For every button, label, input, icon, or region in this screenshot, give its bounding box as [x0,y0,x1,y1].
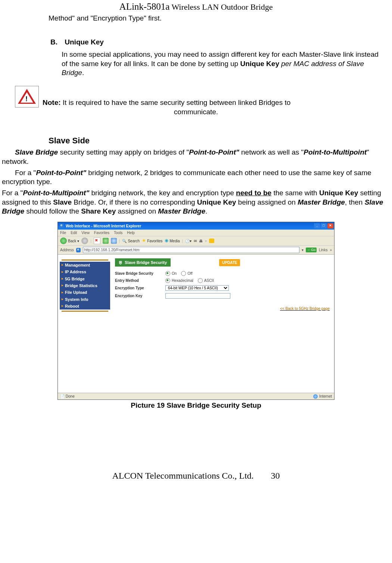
sidebar: ▸Management ▸IP Address ▸5G Bridge ▸Brid… [58,255,112,393]
radio-ascii[interactable] [198,278,203,283]
section-letter: B. [50,38,57,46]
internet-zone-icon [313,394,318,399]
chevron-right-icon: ▸ [62,304,63,308]
chevron-right-icon: ▸ [62,263,63,267]
paragraph-1: Slave Bridge security setting may apply … [2,148,390,166]
section-body: In some special applications, you may ne… [62,50,385,78]
menu-file[interactable]: File [60,230,66,235]
mail-icon[interactable]: ✉ [194,239,197,243]
footer: ALCON Telecommunications Co., Ltd. 30 [0,470,392,482]
radio-on[interactable] [165,271,170,276]
section-title: Unique Key [65,38,104,46]
menu-tools[interactable]: Tools [114,230,122,235]
search-button[interactable]: 🔍Search [122,239,140,243]
maximize-button[interactable]: □ [321,223,327,228]
chevron-right-icon: ▸ [62,290,63,295]
status-done: Done [66,394,75,398]
menu-view[interactable]: View [81,230,90,235]
media-button[interactable]: ◉Media [165,238,180,244]
ie-screenshot: Web Interface - Microsoft Internet Explo… [57,222,335,400]
label-security: Slave Bridge Security [115,271,165,276]
label-enckey: Encryption Key [115,293,165,298]
window-title: Web Interface - Microsoft Internet Explo… [66,224,141,228]
sidebar-item-sysinfo[interactable]: ▸System Info [60,296,110,303]
status-zone: Internet [319,394,332,398]
chevron-right-icon: ▸ [62,297,63,302]
update-button[interactable]: UPDATE [219,259,240,266]
page-number: 30 [271,470,280,482]
chevron-right-icon: ▸ [62,283,63,288]
sidebar-item-upload[interactable]: ▸File Upload [60,289,110,296]
stop-button[interactable] [94,237,100,244]
sidebar-item-reboot[interactable]: ▸Reboot [60,303,110,310]
chevron-right-icon: ▸ [62,277,63,281]
continued-text: Method" and "Encryption Type" first. [49,14,392,23]
page-title: ALink-5801a Wireless LAN Outdoor Bridge [0,1,392,13]
sidebar-item-5g[interactable]: ▸5G Bridge [60,276,110,282]
radio-hex[interactable] [165,278,170,283]
favorites-button[interactable]: ★Favorites [142,238,162,244]
address-input[interactable]: http://192.168.1.20/Frameset.htm [83,247,299,253]
shield-icon: ⛨ [119,260,123,265]
main-panel: ⛨ Slave Bridge Security UPDATE Slave Bri… [112,255,334,393]
figure-caption: Picture 19 Slave Bridge Security Setup [0,401,392,410]
menubar: File Edit View Favorites Tools Help [58,230,334,236]
links-label[interactable]: Links [319,248,327,252]
note-row: ! Note: It is required to have the same … [15,86,392,108]
panel-title: ⛨ Slave Bridge Security [115,258,171,267]
back-link-row: << Back to 5GHz Bridge page [115,306,330,311]
paragraph-3: For a "Point-to-Multipoint" bridging net… [2,189,390,216]
refresh-button[interactable] [103,238,109,244]
minimize-button[interactable]: _ [314,223,320,228]
encryption-type-select[interactable]: 64-bit WEP (10 Hex / 5 ASCII) [165,285,229,291]
encryption-key-input[interactable] [165,293,230,299]
back-link[interactable]: << Back to 5GHz Bridge page [280,307,330,311]
address-bar: Address http://192.168.1.20/Frameset.htm… [58,246,334,255]
address-label: Address [60,248,74,252]
menu-edit[interactable]: Edit [71,230,77,235]
home-button[interactable] [111,238,117,244]
paragraph-2: For a "Point-to-Point" bridging network,… [2,168,390,187]
back-button[interactable]: Back▾ [60,237,79,244]
menu-favorites[interactable]: Favorites [94,230,109,235]
sidebar-item-management[interactable]: ▸Management [60,262,110,268]
address-dropdown-icon[interactable]: ▾ [302,248,304,252]
note-text-2: communicate. [0,108,392,117]
statusbar: 📄 Done Internet [58,393,334,399]
titlebar: Web Interface - Microsoft Internet Explo… [58,222,334,230]
ie-logo-icon [59,224,64,228]
history-icon[interactable]: 🕒▾ [185,239,192,243]
footer-company: ALCON Telecommunications Co., Ltd. [112,471,253,480]
label-entry: Entry Method [115,278,165,283]
toolbar: Back▾ | | 🔍Search ★Favorites ◉Media | 🕒▾… [58,236,334,246]
menu-help[interactable]: Help [127,230,135,235]
radio-off[interactable] [181,271,186,276]
done-icon: 📄 [60,394,65,398]
sidebar-item-ip[interactable]: ▸IP Address [60,268,110,275]
sidebar-item-stats[interactable]: ▸Bridge Statistics [60,282,110,289]
chevron-right-icon: ▸ [62,270,63,274]
forward-button[interactable] [81,237,88,244]
folder-icon[interactable] [209,239,214,243]
print-icon[interactable]: 🖶 [199,239,203,243]
caution-icon: ! [15,86,39,108]
label-enctype: Encryption Type [115,286,165,290]
slave-side-heading: Slave Side [49,136,392,146]
go-button[interactable]: → Go [306,248,317,253]
page-icon [76,248,81,252]
note-text: Note: It is required to have the same se… [43,98,381,108]
section-b: B. Unique Key In some special applicatio… [50,38,392,78]
close-button[interactable]: ✕ [327,223,333,228]
